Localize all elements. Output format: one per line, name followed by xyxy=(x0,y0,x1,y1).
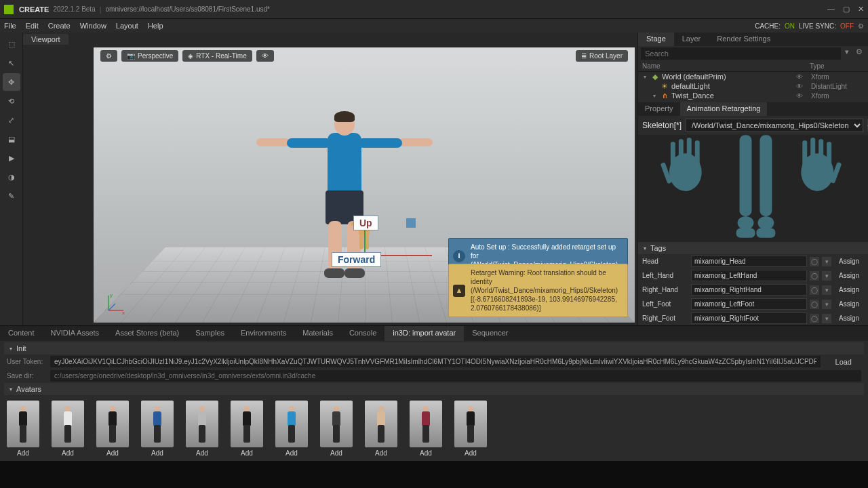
tree-row[interactable]: ▾ ⋔ Twist_Dance 👁 Xform xyxy=(638,91,868,100)
tab-property[interactable]: Property xyxy=(638,102,680,116)
tag-dropdown-icon[interactable]: ▾ xyxy=(822,257,831,266)
tag-input[interactable] xyxy=(691,284,807,296)
tag-reset-icon[interactable]: ◯ xyxy=(810,314,819,323)
viewport[interactable]: ⚙ 📷 Perspective ◈ RTX - Real-Time 👁 ≣ Ro… xyxy=(94,47,635,323)
tab-stage[interactable]: Stage xyxy=(638,33,674,46)
tag-dropdown-icon[interactable]: ▾ xyxy=(822,314,831,323)
root-layer-dropdown[interactable]: ≣ Root Layer xyxy=(576,50,628,62)
avatar-thumb[interactable] xyxy=(320,401,353,447)
viewport-camera-dropdown[interactable]: 📷 Perspective xyxy=(121,50,178,62)
viewport-visibility-icon[interactable]: 👁 xyxy=(256,50,274,62)
tool-scale[interactable]: ⤢ xyxy=(3,111,20,129)
assign-button[interactable]: Assign xyxy=(834,314,864,322)
bottom-tab[interactable]: Environments xyxy=(233,326,294,341)
avatar-add-button[interactable]: Add xyxy=(106,449,119,457)
avatar-thumb[interactable] xyxy=(96,401,129,447)
skeleton-preview[interactable] xyxy=(638,135,868,242)
bottom-tab[interactable]: Console xyxy=(341,326,384,341)
tag-dropdown-icon[interactable]: ▾ xyxy=(822,271,831,281)
menu-edit[interactable]: Edit xyxy=(26,22,39,30)
tool-arrow[interactable]: ↖ xyxy=(3,54,20,72)
avatar-add-button[interactable]: Add xyxy=(17,449,29,457)
savedir-input[interactable] xyxy=(50,370,861,382)
viewport-settings-icon[interactable]: ⚙ xyxy=(100,50,117,62)
init-header[interactable]: ▾Init xyxy=(4,342,864,354)
tree-row[interactable]: ☀ defaultLight 👁 DistantLight xyxy=(638,81,868,91)
assign-button[interactable]: Assign xyxy=(834,300,864,308)
load-button[interactable]: Load xyxy=(826,357,861,367)
avatar-thumb[interactable] xyxy=(410,401,442,447)
bottom-tab[interactable]: Samples xyxy=(187,326,233,341)
tag-reset-icon[interactable]: ◯ xyxy=(810,285,819,295)
avatar-add-button[interactable]: Add xyxy=(151,449,163,457)
bottom-tab[interactable]: in3D: import avatar xyxy=(384,326,464,341)
menu-layout[interactable]: Layout xyxy=(116,22,138,30)
tool-brush[interactable]: ✎ xyxy=(3,187,20,205)
avatar-thumb[interactable] xyxy=(275,401,308,447)
avatar-add-button[interactable]: Add xyxy=(420,449,432,457)
bottom-tab[interactable]: Sequencer xyxy=(464,326,516,341)
avatar-thumb[interactable] xyxy=(141,401,174,447)
token-input[interactable] xyxy=(50,356,821,367)
avatar-add-button[interactable]: Add xyxy=(241,449,253,457)
avatar-add-button[interactable]: Add xyxy=(196,449,208,457)
tag-input[interactable] xyxy=(691,270,807,281)
avatar-thumb[interactable] xyxy=(365,401,397,447)
maximize-button[interactable]: ▢ xyxy=(843,5,850,14)
bottom-tab[interactable]: Materials xyxy=(294,326,341,341)
avatar-add-button[interactable]: Add xyxy=(375,449,387,457)
viewport-canvas[interactable]: Up Forward yx i Auto Set up : Successful… xyxy=(94,47,635,323)
viewport-tab[interactable]: Viewport xyxy=(23,34,68,45)
assign-button[interactable]: Assign xyxy=(834,286,864,293)
avatar-thumb[interactable] xyxy=(52,401,84,447)
tag-input[interactable] xyxy=(691,298,807,310)
tool-rotate[interactable]: ⟲ xyxy=(3,92,20,110)
avatar-add-button[interactable]: Add xyxy=(330,449,342,457)
close-button[interactable]: ✕ xyxy=(858,5,864,14)
tag-input[interactable] xyxy=(691,256,807,267)
cache-status[interactable]: ON xyxy=(785,22,795,30)
bottom-tab[interactable]: Content xyxy=(0,326,43,341)
skeleton-path-select[interactable]: /World/Twist_Dance/mixamorig_Hips0/Skele… xyxy=(686,119,863,132)
menu-file[interactable]: File xyxy=(4,22,16,30)
avatars-header[interactable]: ▾Avatars xyxy=(4,383,864,395)
bottom-tab[interactable]: Asset Stores (beta) xyxy=(107,326,187,341)
tags-header[interactable]: ▾Tags xyxy=(638,242,868,254)
tool-light-icon[interactable]: ◑ xyxy=(3,168,20,186)
avatar-thumb[interactable] xyxy=(186,401,218,447)
tag-dropdown-icon[interactable]: ▾ xyxy=(822,285,831,295)
tab-layer[interactable]: Layer xyxy=(674,33,709,46)
filter-icon[interactable]: ▾ xyxy=(841,47,853,60)
bottom-tab[interactable]: NVIDIA Assets xyxy=(43,326,108,341)
tag-reset-icon[interactable]: ◯ xyxy=(810,300,819,309)
tool-select[interactable]: ⬚ xyxy=(3,35,20,53)
tag-input[interactable] xyxy=(691,312,807,324)
avatar-thumb[interactable] xyxy=(231,401,263,447)
stage-tree[interactable]: ▾ ◆ World (defaultPrim) 👁 Xform ☀ defaul… xyxy=(638,72,868,102)
menu-help[interactable]: Help xyxy=(148,22,163,30)
tab-render-settings[interactable]: Render Settings xyxy=(709,33,778,46)
avatar-add-button[interactable]: Add xyxy=(465,449,477,457)
minimize-button[interactable]: — xyxy=(827,5,835,14)
tool-play[interactable]: ▶ xyxy=(3,149,20,167)
assign-button[interactable]: Assign xyxy=(834,272,864,279)
avatar-add-button[interactable]: Add xyxy=(285,449,298,457)
tool-move[interactable]: ✥ xyxy=(3,73,20,91)
tag-reset-icon[interactable]: ◯ xyxy=(810,257,819,266)
menu-create[interactable]: Create xyxy=(48,22,71,30)
avatar-thumb[interactable] xyxy=(7,401,39,447)
avatar-add-button[interactable]: Add xyxy=(62,449,74,457)
tab-anim-retargeting[interactable]: Animation Retargeting xyxy=(680,102,768,116)
livesync-status[interactable]: OFF xyxy=(840,22,854,30)
tool-snap[interactable]: ⬓ xyxy=(3,130,20,148)
tag-reset-icon[interactable]: ◯ xyxy=(810,271,819,281)
menu-window[interactable]: Window xyxy=(80,22,106,30)
avatar-thumb[interactable] xyxy=(454,401,487,447)
viewport-renderer-dropdown[interactable]: ◈ RTX - Real-Time xyxy=(182,50,252,62)
assign-button[interactable]: Assign xyxy=(834,258,864,265)
settings-gear-icon[interactable]: ⚙ xyxy=(858,22,864,30)
tree-row[interactable]: ▾ ◆ World (defaultPrim) 👁 Xform xyxy=(638,72,868,81)
options-icon[interactable]: ⚙ xyxy=(853,47,865,60)
tag-dropdown-icon[interactable]: ▾ xyxy=(822,300,831,309)
stage-search-input[interactable] xyxy=(641,47,841,60)
